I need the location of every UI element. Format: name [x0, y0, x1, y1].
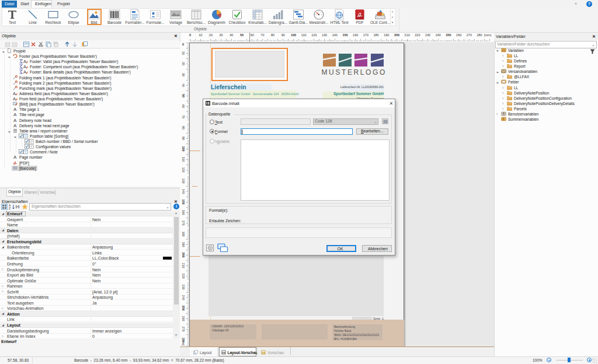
- svg-text:A: A: [23, 59, 26, 64]
- svg-text:A: A: [13, 118, 17, 123]
- svg-text:A: A: [23, 64, 26, 69]
- svg-text:A: A: [13, 123, 17, 128]
- svg-text:A: A: [13, 91, 16, 96]
- svg-text:Σ: Σ: [502, 118, 505, 121]
- svg-text:Z: Z: [9, 206, 11, 210]
- svg-text:A: A: [13, 155, 17, 160]
- svg-text:A: A: [13, 113, 17, 117]
- svg-text:A: A: [23, 69, 26, 74]
- svg-text:A: A: [13, 96, 16, 101]
- svg-text:A: A: [13, 107, 17, 112]
